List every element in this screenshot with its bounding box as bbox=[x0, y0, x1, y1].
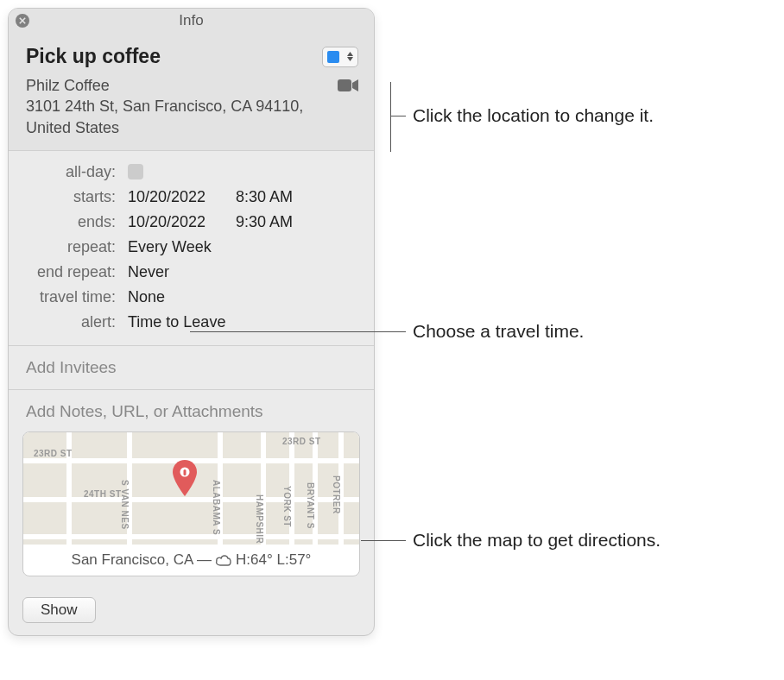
add-notes-field[interactable]: Add Notes, URL, or Attachments bbox=[22, 390, 360, 431]
travel-time-label: travel time: bbox=[26, 288, 128, 306]
end-date[interactable]: 10/20/2022 bbox=[128, 213, 231, 231]
stepper-arrows-icon bbox=[347, 52, 353, 61]
end-repeat-value[interactable]: Never bbox=[128, 263, 169, 281]
map-preview[interactable]: 23RD ST 23RD ST 24TH ST S VAN NES ALABAM… bbox=[23, 432, 359, 545]
titlebar: Info bbox=[9, 9, 374, 33]
callout-map: Click the map to get directions. bbox=[413, 530, 661, 551]
event-info-popover: Info Pick up coffee Philz Coffee 3101 24… bbox=[8, 8, 375, 636]
callout-line bbox=[361, 540, 406, 541]
cloud-icon bbox=[215, 553, 232, 567]
svg-marker-5 bbox=[352, 79, 358, 91]
close-icon bbox=[19, 17, 26, 24]
weather-city: San Francisco, CA — bbox=[72, 551, 212, 569]
video-call-button[interactable] bbox=[338, 77, 358, 97]
calendar-color-picker[interactable] bbox=[322, 47, 358, 67]
callout-line bbox=[390, 89, 391, 146]
street-label: 24TH ST bbox=[84, 489, 122, 499]
svg-marker-2 bbox=[347, 52, 353, 56]
map-pin-icon bbox=[172, 460, 198, 501]
ends-value[interactable]: 10/20/2022 9:30 AM bbox=[128, 213, 293, 231]
allday-label: all-day: bbox=[26, 163, 128, 181]
titlebar-title: Info bbox=[179, 12, 203, 29]
street-label: POTRER bbox=[332, 475, 341, 514]
start-time[interactable]: 8:30 AM bbox=[236, 188, 293, 205]
add-invitees-field[interactable]: Add Invitees bbox=[9, 346, 374, 389]
footer: Show bbox=[9, 589, 374, 635]
calendar-color-swatch bbox=[327, 51, 339, 63]
event-header: Pick up coffee Philz Coffee 3101 24th St… bbox=[9, 33, 374, 151]
alert-label: alert: bbox=[26, 313, 128, 331]
svg-rect-7 bbox=[184, 469, 187, 475]
event-location[interactable]: Philz Coffee 3101 24th St, San Francisco… bbox=[26, 75, 338, 138]
end-repeat-label: end repeat: bbox=[26, 263, 128, 281]
ends-label: ends: bbox=[26, 213, 128, 231]
street-label: BRYANT S bbox=[306, 482, 315, 529]
event-title[interactable]: Pick up coffee bbox=[26, 45, 161, 68]
starts-label: starts: bbox=[26, 188, 128, 206]
street-label: HAMPSHIRE bbox=[255, 494, 264, 545]
street-label: S VAN NES bbox=[120, 480, 130, 530]
weather-bar: San Francisco, CA — H:64° L:57° bbox=[23, 545, 359, 576]
video-camera-icon bbox=[338, 79, 358, 92]
end-time[interactable]: 9:30 AM bbox=[236, 213, 293, 230]
svg-marker-3 bbox=[347, 57, 353, 61]
map-card[interactable]: 23RD ST 23RD ST 24TH ST S VAN NES ALABAM… bbox=[22, 431, 360, 576]
close-button[interactable] bbox=[16, 14, 29, 28]
repeat-value[interactable]: Every Week bbox=[128, 238, 212, 256]
allday-checkbox[interactable] bbox=[128, 164, 143, 179]
travel-time-value[interactable]: None bbox=[128, 288, 165, 306]
street-label: YORK ST bbox=[282, 486, 292, 527]
street-label: 23RD ST bbox=[34, 449, 73, 458]
street-label: 23RD ST bbox=[282, 437, 321, 446]
show-button[interactable]: Show bbox=[22, 597, 96, 623]
callout-line bbox=[390, 116, 406, 116]
event-details: all-day: starts: 10/20/2022 8:30 AM ends… bbox=[9, 151, 374, 346]
invitees-section: Add Invitees bbox=[9, 346, 374, 390]
repeat-label: repeat: bbox=[26, 238, 128, 256]
street-label: ALABAMA S bbox=[212, 480, 221, 535]
starts-value[interactable]: 10/20/2022 8:30 AM bbox=[128, 188, 293, 206]
callout-line bbox=[190, 331, 406, 332]
start-date[interactable]: 10/20/2022 bbox=[128, 188, 231, 206]
callout-travel: Choose a travel time. bbox=[413, 321, 584, 342]
notes-section: Add Notes, URL, or Attachments 23RD ST 2… bbox=[9, 390, 374, 589]
weather-hilo: H:64° L:57° bbox=[236, 551, 311, 569]
alert-value[interactable]: Time to Leave bbox=[128, 313, 225, 331]
callout-location: Click the location to change it. bbox=[413, 105, 654, 126]
svg-rect-4 bbox=[338, 79, 351, 91]
